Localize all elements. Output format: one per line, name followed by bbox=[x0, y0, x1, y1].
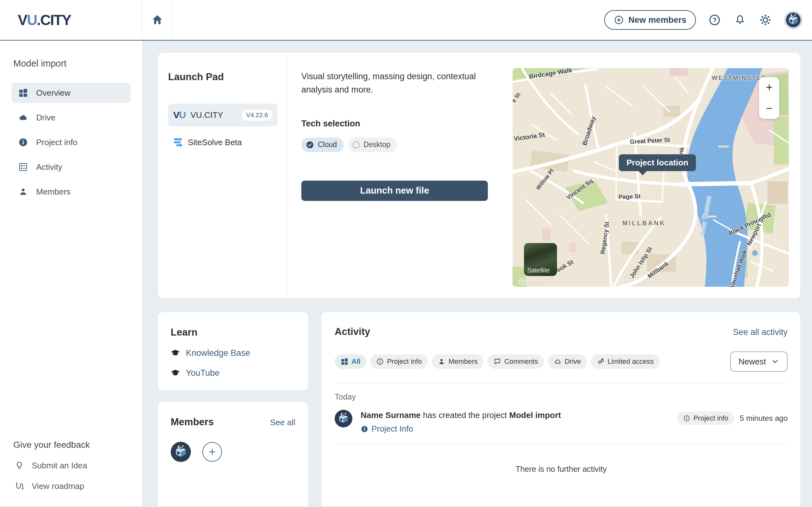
entry-type-badge: Project info bbox=[677, 412, 734, 425]
tech-option-desktop[interactable]: Desktop bbox=[348, 137, 397, 152]
satellite-label: Satellite bbox=[527, 267, 550, 274]
sidebar-item-drive[interactable]: Drive bbox=[11, 107, 131, 128]
plus-circle-icon bbox=[614, 15, 624, 25]
person-icon bbox=[18, 187, 28, 196]
members-see-all-link[interactable]: See all bbox=[270, 418, 296, 428]
project-info-link-label: Project Info bbox=[371, 424, 413, 434]
filter-project-info[interactable]: Project info bbox=[370, 354, 428, 369]
map-label: WESTMINSTER bbox=[712, 74, 767, 81]
mapbox-label: mapbox bbox=[527, 278, 549, 285]
info-outline-icon bbox=[376, 358, 384, 365]
view-roadmap-link[interactable]: View roadmap bbox=[11, 481, 131, 491]
submit-idea-label: Submit an Idea bbox=[32, 461, 87, 470]
launch-new-file-button[interactable]: Launch new file bbox=[301, 181, 488, 201]
see-all-activity-link[interactable]: See all activity bbox=[733, 327, 788, 337]
sidebar-item-members[interactable]: Members bbox=[11, 181, 131, 202]
entry-avatar bbox=[335, 410, 352, 428]
submit-idea-link[interactable]: Submit an Idea bbox=[11, 461, 131, 470]
filter-drive[interactable]: Drive bbox=[548, 354, 587, 369]
limited-access-lock-icon bbox=[597, 358, 605, 365]
filter-label: Project info bbox=[387, 357, 422, 366]
launch-app-vucity[interactable]: VU VU.CITY V4.22.6 bbox=[168, 104, 277, 126]
filter-members[interactable]: Members bbox=[432, 354, 484, 369]
sidebar-item-label: Project info bbox=[36, 137, 78, 147]
tech-option-label: Cloud bbox=[318, 140, 337, 149]
learn-link-label: YouTube bbox=[186, 368, 219, 378]
map-label: Birdcage Walk bbox=[528, 68, 572, 80]
svg-text:?: ? bbox=[713, 16, 716, 23]
map-label: ook St bbox=[555, 258, 575, 274]
knowledge-base-link[interactable]: Knowledge Base bbox=[171, 348, 295, 358]
cloud-icon bbox=[18, 113, 28, 122]
app-name: VU.CITY bbox=[191, 110, 223, 120]
youtube-link[interactable]: YouTube bbox=[171, 368, 295, 378]
sort-value: Newest bbox=[739, 357, 766, 367]
filter-limited-access[interactable]: Limited access bbox=[591, 354, 660, 369]
filter-all[interactable]: All bbox=[335, 354, 366, 369]
divider bbox=[335, 443, 788, 444]
activity-entry: Name Surname has created the project Mod… bbox=[335, 410, 788, 434]
map-label: River Thames bbox=[698, 195, 712, 238]
lightbulb-icon bbox=[14, 461, 24, 470]
tech-option-label: Desktop bbox=[363, 140, 390, 149]
home-button[interactable] bbox=[142, 0, 172, 40]
learn-link-label: Knowledge Base bbox=[186, 348, 250, 358]
filter-comments[interactable]: Comments bbox=[488, 354, 544, 369]
chevron-down-icon bbox=[771, 357, 779, 366]
app-description: Visual storytelling, massing design, con… bbox=[301, 70, 485, 97]
plus-icon bbox=[208, 447, 217, 456]
filter-label: Drive bbox=[565, 357, 581, 366]
settings-gear-icon[interactable] bbox=[759, 13, 772, 26]
launch-config-panel: Visual storytelling, massing design, con… bbox=[287, 53, 513, 298]
add-member-button[interactable] bbox=[202, 442, 222, 462]
satellite-layer-toggle[interactable]: Satellite bbox=[524, 243, 557, 276]
check-circle-icon bbox=[306, 141, 314, 149]
new-members-button[interactable]: New members bbox=[604, 10, 696, 30]
map-label: Regency St bbox=[599, 221, 611, 255]
comment-bubble-icon bbox=[494, 358, 501, 365]
launch-pad-panel: Launch Pad VU VU.CITY V4.22.6 SiteSolve … bbox=[158, 53, 287, 298]
zoom-in-button[interactable]: + bbox=[759, 77, 779, 98]
main-content: Launch Pad VU VU.CITY V4.22.6 SiteSolve … bbox=[142, 41, 812, 506]
view-roadmap-label: View roadmap bbox=[32, 481, 84, 491]
member-avatar[interactable] bbox=[171, 442, 191, 462]
activity-card: Activity See all activity All Project in… bbox=[321, 312, 800, 506]
activity-list-icon bbox=[18, 162, 28, 172]
logo-rest: .CITY bbox=[37, 12, 71, 28]
person-icon bbox=[438, 358, 445, 365]
activity-text: Name Surname has created the project Mod… bbox=[361, 410, 561, 420]
app-name: SiteSolve Beta bbox=[188, 137, 242, 147]
map-label: Millbank bbox=[647, 260, 670, 279]
help-icon[interactable]: ? bbox=[708, 13, 721, 26]
radio-unselected-icon bbox=[353, 141, 360, 148]
launch-app-sitesolve[interactable]: SiteSolve Beta bbox=[168, 133, 277, 151]
sidebar-item-overview[interactable]: Overview bbox=[11, 83, 131, 103]
zoom-out-button[interactable]: − bbox=[759, 98, 779, 119]
header-spacer bbox=[172, 0, 604, 40]
tech-option-cloud[interactable]: Cloud bbox=[301, 137, 344, 152]
graduation-cap-icon bbox=[171, 349, 180, 358]
project-location-map[interactable]: Birdcage WalkWESTMINSTERBroadwayVictoria… bbox=[513, 68, 789, 287]
sidebar-item-activity[interactable]: Activity bbox=[11, 157, 131, 177]
filter-label: All bbox=[351, 357, 360, 366]
map-label: Great Peter St bbox=[629, 136, 670, 146]
filter-label: Limited access bbox=[608, 357, 654, 366]
map-label: Black Prince Rd bbox=[727, 211, 772, 237]
notifications-bell-icon[interactable] bbox=[733, 13, 747, 26]
sort-dropdown[interactable]: Newest bbox=[730, 351, 788, 372]
project-info-link[interactable]: Project Info bbox=[361, 424, 561, 434]
map-label: Victoria St bbox=[513, 131, 545, 142]
sidebar-item-label: Overview bbox=[36, 88, 70, 98]
project-title: Model import bbox=[11, 58, 131, 69]
mapbox-logo-icon bbox=[518, 278, 525, 285]
sidebar-item-project-info[interactable]: Project info bbox=[11, 132, 131, 153]
dashboard-grid-icon bbox=[18, 88, 28, 98]
version-badge: V4.22.6 bbox=[242, 110, 272, 121]
members-card: Members See all bbox=[158, 402, 308, 506]
map-label: MILLBANK bbox=[622, 220, 665, 227]
map-container: Birdcage WalkWESTMINSTERBroadwayVictoria… bbox=[513, 53, 800, 298]
vucity-logo: VU.CITY bbox=[18, 11, 71, 29]
header-actions: New members ? bbox=[604, 0, 812, 40]
user-avatar[interactable] bbox=[784, 11, 803, 29]
activity-title: Activity bbox=[335, 326, 370, 337]
